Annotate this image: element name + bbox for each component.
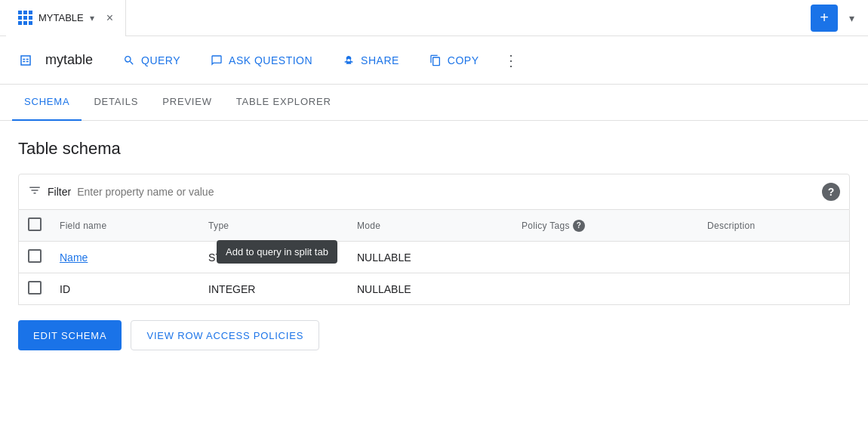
main-content: Table schema Filter ? Field name Type [0,121,868,365]
row-checkbox-cell [19,242,51,273]
edit-schema-button[interactable]: EDIT SCHEMA [18,320,122,350]
filter-help-icon[interactable]: ? [822,183,840,201]
select-all-checkbox[interactable] [28,217,42,231]
field-mode-cell: NULLABLE [348,273,512,305]
tab-dropdown-icon[interactable]: ▾ [90,13,94,23]
table-row: Name Add to query in split tab STRING NU… [19,242,850,273]
schema-table: Field name Type Mode Policy Tags ? Descr… [18,210,850,305]
query-label: QUERY [141,54,180,66]
tab-overflow-button[interactable]: ▾ [841,5,862,32]
tab-close-button[interactable]: × [106,11,113,25]
table-grid-icon [18,11,32,25]
table-svg-icon [19,54,32,67]
row-checkbox-cell [19,273,51,305]
active-tab[interactable]: MYTABLE ▾ × [6,0,126,36]
policy-tags-help-icon[interactable]: ? [573,220,585,232]
field-name-cell: ID [51,273,199,305]
th-policy-tags: Policy Tags ? [512,210,698,242]
tab-bar: MYTABLE ▾ × + ▾ [0,0,868,36]
sub-tabs: SCHEMA DETAILS PREVIEW TABLE EXPLORER [0,85,868,121]
field-description-cell [698,273,849,305]
bottom-actions: EDIT SCHEMA VIEW ROW ACCESS POLICIES [18,305,850,365]
filter-label: Filter [48,186,71,198]
copy-icon [429,54,442,66]
th-field-name: Field name [51,210,199,242]
th-type: Type [199,210,348,242]
share-icon [343,54,355,66]
add-tab-button[interactable]: + [811,5,838,32]
filter-icon [28,183,42,201]
tab-schema[interactable]: SCHEMA [12,85,82,121]
field-name-cell: Name Add to query in split tab [51,242,199,273]
table-icon [12,47,39,74]
row-checkbox[interactable] [28,281,42,295]
filter-input[interactable] [77,186,822,198]
field-name-link[interactable]: Name [60,251,88,264]
tab-details[interactable]: DETAILS [82,85,150,121]
share-button[interactable]: SHARE [331,47,411,74]
row-checkbox[interactable] [28,249,42,263]
tab-title: MYTABLE [38,12,84,23]
more-options-button[interactable]: ⋮ [497,47,525,74]
field-policy-cell [512,242,698,273]
toolbar: mytable QUERY ASK QUESTION SHARE COPY ⋮ [0,36,868,85]
share-label: SHARE [361,54,399,66]
field-policy-cell [512,273,698,305]
table-name: mytable [45,52,93,68]
table-row: ID INTEGER NULLABLE [19,273,850,305]
th-checkbox [19,210,51,242]
copy-button[interactable]: COPY [417,47,491,74]
field-type-cell: INTEGER [199,273,348,305]
ask-question-icon [211,54,223,66]
query-icon [123,54,135,66]
tab-preview[interactable]: PREVIEW [150,85,224,121]
query-button[interactable]: QUERY [111,47,192,74]
th-mode: Mode [348,210,512,242]
schema-title: Table schema [18,139,850,159]
tab-bar-actions: + ▾ [811,5,862,32]
tooltip-popup: Add to query in split tab [217,240,337,264]
th-description: Description [698,210,849,242]
filter-bar: Filter ? [18,174,850,210]
table-header-row: Field name Type Mode Policy Tags ? Descr… [19,210,850,242]
ask-question-label: ASK QUESTION [229,54,312,66]
field-description-cell [698,242,849,273]
tab-table-explorer[interactable]: TABLE EXPLORER [224,85,343,121]
field-mode-cell: NULLABLE [348,242,512,273]
copy-label: COPY [448,54,479,66]
view-policies-button[interactable]: VIEW ROW ACCESS POLICIES [131,320,319,350]
ask-question-button[interactable]: ASK QUESTION [199,47,325,74]
